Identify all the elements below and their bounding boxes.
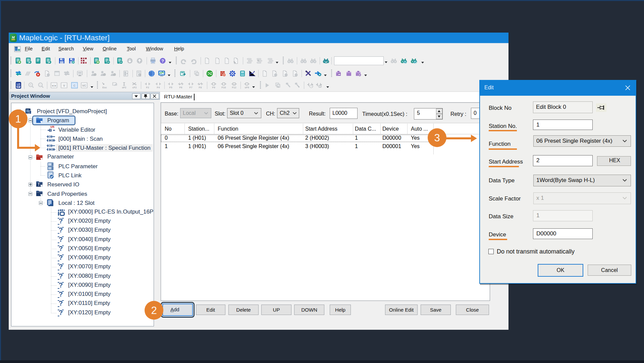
svg-text:M: M bbox=[11, 35, 15, 39]
svg-text:VC: VC bbox=[82, 84, 86, 87]
svg-text:F8: F8 bbox=[199, 86, 202, 89]
svg-text:s: s bbox=[234, 83, 235, 85]
svg-text:F5: F5 bbox=[169, 86, 172, 89]
svg-text:+: + bbox=[30, 83, 32, 87]
svg-text:!: ! bbox=[38, 182, 40, 187]
svg-text:cF2: cF2 bbox=[132, 86, 137, 89]
svg-text:A: A bbox=[72, 61, 74, 63]
svg-text:C: C bbox=[73, 84, 75, 87]
svg-text:F12: F12 bbox=[232, 86, 236, 89]
svg-text:VR: VR bbox=[50, 126, 55, 129]
svg-text:−: − bbox=[40, 83, 41, 87]
svg-text:F10: F10 bbox=[222, 86, 226, 89]
svg-text:F2: F2 bbox=[146, 86, 149, 89]
svg-text:F6: F6 bbox=[179, 86, 182, 89]
svg-text:◄►: ◄► bbox=[51, 84, 57, 87]
svg-text:LD: LD bbox=[17, 83, 20, 86]
svg-text:A: A bbox=[325, 60, 327, 64]
svg-text:V: V bbox=[63, 84, 65, 87]
svg-text:?: ? bbox=[161, 58, 164, 63]
svg-text:F4: F4 bbox=[157, 86, 160, 89]
svg-text:sF2: sF2 bbox=[122, 86, 126, 89]
svg-text:F9: F9 bbox=[212, 86, 215, 89]
svg-text:sF9: sF9 bbox=[245, 86, 249, 89]
svg-text:Esc: Esc bbox=[102, 86, 107, 89]
svg-text:F7: F7 bbox=[190, 86, 193, 89]
